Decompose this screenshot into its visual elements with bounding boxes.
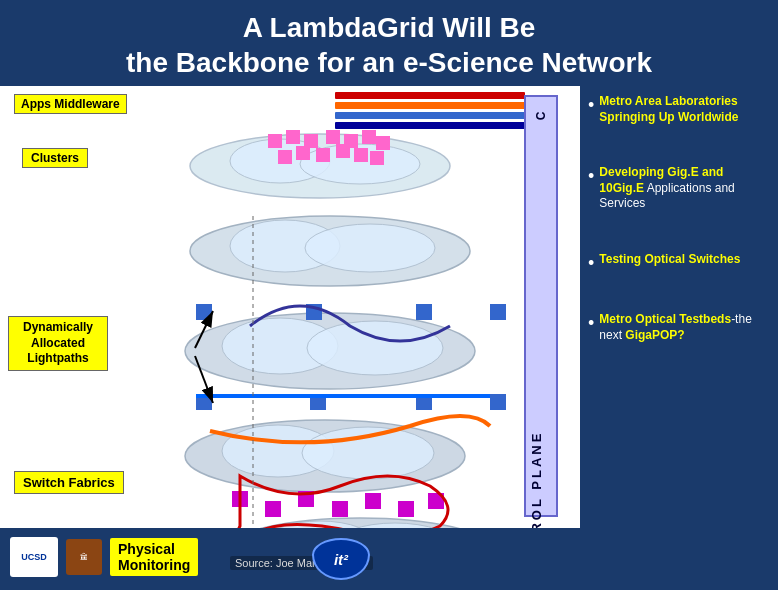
svg-rect-38 [416, 394, 432, 410]
svg-point-10 [222, 425, 334, 477]
svg-rect-19 [268, 134, 282, 148]
header-title: A LambdaGrid Will Be the Backbone for an… [20, 10, 758, 80]
diagram-area: C CONTROL PLANE Apps Middleware Clusters… [0, 86, 580, 586]
bullet-text-1: Metro Area Laboratories Springing Up Wor… [599, 94, 770, 125]
svg-rect-36 [196, 394, 212, 410]
svg-rect-21 [304, 134, 318, 148]
bullet-text-4: Metro Optical Testbeds-the next GigaPOP? [599, 312, 770, 343]
svg-rect-25 [376, 136, 390, 150]
bullet-text-3: Testing Optical Switches [599, 252, 740, 268]
physical-monitoring-label: PhysicalMonitoring [110, 538, 198, 576]
apps-middleware-label: Apps Middleware [14, 94, 127, 114]
svg-rect-46 [428, 493, 444, 509]
svg-rect-37 [310, 394, 326, 410]
svg-rect-35 [490, 304, 506, 320]
right-panel: • Metro Area Laboratories Springing Up W… [580, 86, 778, 590]
ucsd-logo: UCSD [10, 537, 58, 577]
svg-rect-43 [332, 501, 348, 517]
svg-text:C: C [534, 111, 548, 120]
footer-bar: UCSD 🏛 PhysicalMonitoring Source: Joe Ma… [0, 528, 580, 586]
svg-rect-30 [354, 148, 368, 162]
bullet-item-2: • Developing Gig.E and 10Gig.E Applicati… [588, 165, 770, 212]
svg-point-5 [305, 224, 435, 272]
svg-point-8 [307, 321, 443, 375]
svg-point-1 [230, 139, 330, 183]
svg-rect-44 [365, 493, 381, 509]
bullet-item-3: • Testing Optical Switches [588, 252, 770, 272]
svg-point-0 [190, 134, 450, 198]
svg-rect-41 [265, 501, 281, 517]
bullet-dot-2: • [588, 167, 594, 185]
svg-rect-24 [362, 130, 376, 144]
svg-rect-33 [306, 304, 322, 320]
svg-rect-23 [344, 134, 358, 148]
svg-rect-51 [525, 96, 557, 516]
svg-rect-32 [196, 304, 212, 320]
svg-rect-40 [232, 491, 248, 507]
header: A LambdaGrid Will Be the Backbone for an… [0, 0, 778, 86]
svg-rect-31 [370, 151, 384, 165]
svg-rect-29 [336, 144, 350, 158]
svg-point-3 [190, 216, 470, 286]
svg-rect-45 [398, 501, 414, 517]
bullet-dot-1: • [588, 96, 594, 114]
bullet-item-4: • Metro Optical Testbeds-the next GigaPO… [588, 312, 770, 343]
svg-point-6 [185, 313, 475, 389]
svg-rect-27 [296, 146, 310, 160]
svg-rect-42 [298, 491, 314, 507]
svg-line-48 [195, 311, 213, 348]
bullet-text-2: Developing Gig.E and 10Gig.E Application… [599, 165, 770, 212]
svg-point-11 [302, 427, 434, 479]
svg-point-9 [185, 420, 465, 492]
svg-rect-20 [286, 130, 300, 144]
org-icon: 🏛 [66, 539, 102, 575]
dynamically-allocated-label: DynamicallyAllocatedLightpaths [8, 316, 108, 371]
it2-logo: it² [312, 538, 370, 580]
svg-rect-39 [490, 394, 506, 410]
svg-point-2 [300, 144, 420, 184]
svg-rect-34 [416, 304, 432, 320]
switch-fabrics-label: Switch Fabrics [14, 471, 124, 494]
svg-point-7 [222, 318, 338, 374]
bullet-item-1: • Metro Area Laboratories Springing Up W… [588, 94, 770, 125]
svg-rect-22 [326, 130, 340, 144]
clusters-label: Clusters [22, 148, 88, 168]
bullet-dot-4: • [588, 314, 594, 332]
svg-line-49 [195, 356, 213, 403]
svg-point-4 [230, 220, 340, 272]
svg-rect-28 [316, 148, 330, 162]
svg-rect-26 [278, 150, 292, 164]
bullet-dot-3: • [588, 254, 594, 272]
color-bars [335, 92, 525, 129]
